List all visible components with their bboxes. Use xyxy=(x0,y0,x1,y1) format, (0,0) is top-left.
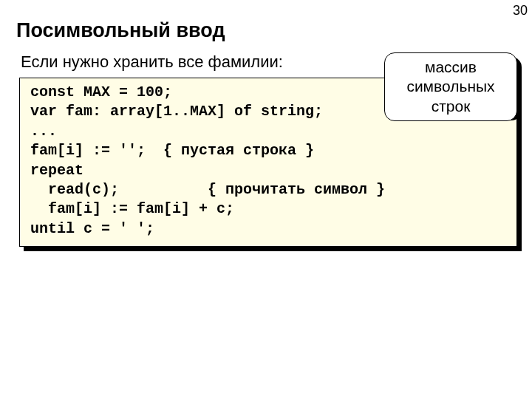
code-line: const MAX = 100; xyxy=(30,83,172,100)
code-line: until c = ' '; xyxy=(30,220,154,237)
code-line: ... xyxy=(30,123,57,140)
slide-title: Посимвольный ввод xyxy=(16,19,532,42)
callout-box: массив символьных строк xyxy=(384,52,517,121)
code-comment: { пустая строка } xyxy=(163,142,314,159)
code-line: read(c); xyxy=(30,181,208,198)
code-comment: { прочитать символ } xyxy=(208,181,385,198)
code-line: fam[i] := ''; xyxy=(30,142,163,159)
page-number: 30 xyxy=(513,3,528,18)
code-line: repeat xyxy=(30,162,83,179)
code-line: fam[i] := fam[i] + c; xyxy=(30,200,234,217)
code-line: var fam: array[1..MAX] of string; xyxy=(30,103,323,120)
